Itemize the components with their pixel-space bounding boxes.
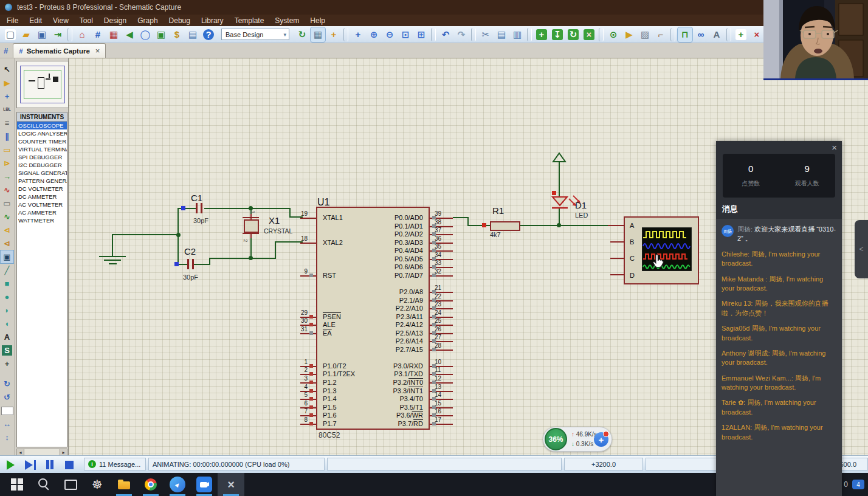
menu-item[interactable]: Template xyxy=(229,16,270,25)
copy[interactable]: ▤ xyxy=(494,27,509,42)
zoom-find[interactable]: ◯ xyxy=(138,27,153,42)
selection-mode[interactable]: ↖ xyxy=(1,63,13,76)
rotate-anticlockwise[interactable]: ↺ xyxy=(1,391,13,404)
line-2d[interactable]: ╱ xyxy=(1,264,13,277)
junction-dot-mode[interactable]: + xyxy=(1,90,13,103)
wire[interactable] xyxy=(209,258,252,259)
ref-label-d1[interactable]: D1 xyxy=(575,200,587,210)
separator[interactable] xyxy=(431,28,436,41)
false-origin[interactable]: + xyxy=(326,27,341,42)
instrument-item[interactable]: LOGIC ANALYSER xyxy=(17,129,67,137)
design-selector[interactable]: Base Design ▾ xyxy=(221,29,289,40)
wire-autorouter[interactable]: ⊓ xyxy=(678,27,692,42)
separator[interactable] xyxy=(67,28,72,41)
value-label-c1[interactable]: 30pF xyxy=(193,217,208,224)
cut[interactable]: ✂ xyxy=(478,27,493,42)
instrument-item[interactable]: PATTERN GENERATOR xyxy=(17,177,67,185)
quark-browser[interactable]: ▲ xyxy=(164,473,191,496)
pan[interactable]: + xyxy=(351,27,365,42)
save-design[interactable]: ▣ xyxy=(35,27,49,42)
ref-label-x1[interactable]: X1 xyxy=(269,215,280,226)
wire[interactable] xyxy=(559,162,560,197)
instrument-item[interactable]: AC AMMETER xyxy=(17,208,67,216)
webcam-overlay[interactable] xyxy=(763,0,868,80)
wire[interactable] xyxy=(194,264,210,265)
help[interactable]: ? xyxy=(201,27,216,42)
menu-item[interactable]: Help xyxy=(305,16,331,25)
new-root-sheet[interactable]: + xyxy=(734,27,748,42)
component-mode[interactable]: ▶ xyxy=(1,77,13,89)
text-2d[interactable]: A xyxy=(1,331,13,343)
power-terminal[interactable] xyxy=(552,152,567,163)
notification-badge[interactable]: 4 xyxy=(852,480,864,489)
toggle-grid[interactable]: ▦ xyxy=(311,27,325,42)
value-label-r1[interactable]: 4k7 xyxy=(490,231,501,238)
instrument-item[interactable]: COUNTER TIMER xyxy=(17,137,67,145)
instrument-item[interactable]: OSCILLOSCOPE xyxy=(17,122,67,129)
wire[interactable] xyxy=(177,235,179,264)
block-delete[interactable]: × xyxy=(582,27,596,42)
close-icon[interactable]: × xyxy=(832,142,837,153)
pin-stub[interactable] xyxy=(610,258,625,259)
separator[interactable] xyxy=(527,28,532,41)
value-label-x1[interactable]: CRYSTAL xyxy=(264,227,292,235)
undo[interactable]: ↶ xyxy=(438,27,453,42)
value-label-c2[interactable]: 30pF xyxy=(183,274,198,281)
wire[interactable] xyxy=(112,234,113,257)
wire-label-mode[interactable]: LBL xyxy=(1,103,13,116)
search-button[interactable] xyxy=(30,473,57,496)
wire[interactable] xyxy=(177,264,187,265)
wire[interactable] xyxy=(275,242,276,259)
separator[interactable] xyxy=(471,28,476,41)
wire[interactable] xyxy=(112,234,179,235)
menu-item[interactable]: File xyxy=(1,16,24,25)
menu-item[interactable]: Debug xyxy=(164,16,196,25)
start-button[interactable] xyxy=(4,473,30,496)
separator[interactable] xyxy=(343,28,348,41)
generator-mode[interactable]: ∿ xyxy=(1,210,13,223)
proteus-taskbar-icon[interactable]: × xyxy=(218,473,244,496)
wire[interactable] xyxy=(467,225,491,226)
box-2d[interactable]: ■ xyxy=(1,277,13,290)
block-move[interactable]: ↧ xyxy=(550,27,565,42)
property-assignment[interactable]: A xyxy=(709,27,724,42)
pin-stub[interactable] xyxy=(610,241,625,243)
overview-panel[interactable] xyxy=(16,61,69,108)
simulation-view[interactable]: ◀ xyxy=(122,27,137,42)
text-script-mode[interactable]: ≡ xyxy=(1,117,13,129)
ref-label-c1[interactable]: C1 xyxy=(191,193,202,203)
task-view-button[interactable] xyxy=(57,473,84,496)
wire[interactable] xyxy=(250,208,291,209)
instrument-item[interactable]: SIGNAL GENERATOR xyxy=(17,169,67,177)
capacitor-c2[interactable] xyxy=(192,259,194,269)
separator[interactable] xyxy=(726,28,731,41)
wire[interactable] xyxy=(177,208,197,209)
step-button[interactable] xyxy=(22,458,38,472)
block-rotate[interactable]: ↻ xyxy=(566,27,580,42)
new-design[interactable]: ▢ xyxy=(3,27,18,42)
device-pins-mode[interactable]: → xyxy=(1,170,13,183)
menu-item[interactable]: Tool xyxy=(74,16,98,25)
instrument-item[interactable]: DC VOLTMETER xyxy=(17,185,67,193)
symbol-2d[interactable]: S xyxy=(1,344,13,357)
pick-device[interactable]: ⊙ xyxy=(606,27,621,42)
search-and-tag[interactable]: ∞ xyxy=(694,27,708,42)
subcircuit-mode[interactable]: ▭ xyxy=(1,143,13,156)
capacitor-c1[interactable] xyxy=(201,203,202,213)
chrome-browser[interactable] xyxy=(137,473,164,496)
x-mirror[interactable]: ↔ xyxy=(1,418,13,430)
instrument-item[interactable]: DC AMMETER xyxy=(17,193,67,201)
buses-mode[interactable]: ∥ xyxy=(1,130,13,143)
message-list[interactable]: 周扬 周扬: 欢迎大家来观看直播 “0310-2” 。 Chileshe: 周扬… xyxy=(716,219,842,496)
design-explorer[interactable]: ▤ xyxy=(185,27,200,42)
wire[interactable] xyxy=(204,208,252,209)
pin-stub[interactable] xyxy=(610,274,625,275)
message-counter[interactable]: i 11 Message... xyxy=(84,458,146,470)
decompose[interactable]: ⌐ xyxy=(653,27,668,42)
tray-icon[interactable]: 0 xyxy=(844,480,848,489)
separator[interactable] xyxy=(670,28,675,41)
packaging-tool[interactable]: ▨ xyxy=(638,27,652,42)
menu-item[interactable]: Graph xyxy=(132,16,163,25)
chat-collapse-handle[interactable]: < xyxy=(855,220,868,278)
play-button[interactable] xyxy=(2,458,19,472)
